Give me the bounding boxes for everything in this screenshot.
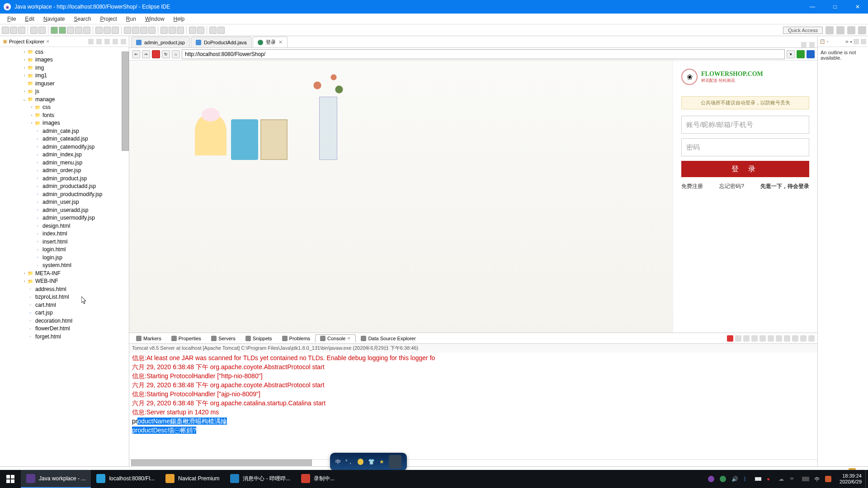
save-button[interactable] [10,27,17,34]
tree-item[interactable]: ›📁css [0,48,129,56]
menu-edit[interactable]: Edit [20,14,39,23]
volume-icon[interactable]: 🔊 [731,476,738,482]
toolbar-button[interactable] [140,27,147,34]
link-editor-button[interactable] [96,39,102,44]
home-button[interactable]: ⌂ [172,50,180,58]
console-output[interactable]: 信息:At least one JAR was scanned for TLDs… [129,352,817,459]
maximize-view-button[interactable] [808,335,815,342]
tree-item[interactable]: ▫forget.html [0,333,129,341]
tab-problems[interactable]: Problems [277,334,315,343]
run-button[interactable] [59,27,66,34]
toolbar-button[interactable] [104,27,111,34]
scroll-lock-button[interactable] [760,335,766,342]
tree-item[interactable]: ›📁css [0,103,129,112]
toolbar-button[interactable] [148,27,156,34]
scrollbar-thumb[interactable] [131,460,312,466]
wifi-icon[interactable]: ⌔ [790,476,797,482]
ime-avatar[interactable] [389,455,401,469]
menu-file[interactable]: File [3,14,20,23]
tree-item[interactable]: 📁imguser [0,80,129,88]
javaee-perspective[interactable] [847,26,855,34]
close-button[interactable]: ✕ [851,4,864,10]
url-dropdown[interactable]: ▾ [787,50,795,58]
browser-extra-button[interactable] [807,50,815,58]
tree-item[interactable]: ▫admin_index.jsp [0,151,129,159]
tree-item[interactable]: ▫login.html [0,246,129,254]
bluetooth-icon[interactable]: ᛒ [743,476,750,482]
tree-item[interactable]: ▫cart.html [0,301,129,309]
maximize-view-button[interactable] [121,39,126,44]
java-perspective[interactable] [836,26,844,34]
tree-item[interactable]: ▫decoration.html [0,317,129,325]
toolbar-button[interactable] [160,27,168,34]
tree-item[interactable]: ▫admin_usermodify.jsp [0,214,129,222]
maximize-button[interactable]: □ [828,4,842,10]
nav-fwd-button[interactable]: ⇒ [142,50,150,58]
moon-icon[interactable] [358,459,363,465]
username-input[interactable]: 账号/昵称/邮箱/手机号 [681,116,809,134]
nav-back-button[interactable]: ⇐ [132,50,140,58]
tree-item[interactable]: ▫flowerDer.html [0,325,129,333]
tree-item[interactable]: ▫admin_cateadd.jsp [0,135,129,143]
tree-item[interactable]: ▫login.jsp [0,253,129,262]
tree-item[interactable]: ›📁META-INF [0,269,129,277]
tree-item[interactable]: ▫admin_catemodify.jsp [0,143,129,151]
tree-item[interactable]: ▫admin_product.jsp [0,174,129,183]
toolbar-button[interactable] [124,27,131,34]
collapse-all-button[interactable] [88,39,94,44]
tab-markers[interactable]: Markers [131,334,166,343]
taskbar-item[interactable]: 录制中... [296,470,340,488]
minimize-view-button[interactable] [854,39,859,44]
word-wrap-button[interactable] [768,335,774,342]
taskbar-clock[interactable]: 18:39:24 2020/6/29 [836,473,865,485]
ime-toolbar[interactable]: 中 °， 👕 ★ [330,453,407,471]
save-all-button[interactable] [18,27,25,34]
tree-item[interactable]: ▫insert.html [0,238,129,246]
debug-button[interactable] [51,27,58,34]
tree-item[interactable]: ▫admin_user.jsp [0,198,129,206]
toolbar-button[interactable] [112,27,119,34]
display-console-button[interactable] [784,335,790,342]
toolbar-button[interactable] [169,27,176,34]
tree-item[interactable]: ▫admin_productmodify.jsp [0,190,129,198]
new-button[interactable] [2,27,9,34]
tree-item[interactable]: ›📁img [0,64,129,72]
taskbar-item[interactable]: Java workplace - ... [21,470,91,488]
toolbar-button[interactable] [177,27,184,34]
onedrive-icon[interactable]: ☁ [778,476,785,482]
ime-punct-icon[interactable]: °， [345,458,353,466]
tree-item[interactable]: ▫admin_menu.jsp [0,159,129,167]
project-tree[interactable]: ›📁css›📁images›📁img›📁img1📁imguser›📁js⌄📁ma… [0,47,129,466]
editor-tab[interactable]: DoProductAdd.java [191,37,252,47]
menu-window[interactable]: Window [141,14,169,23]
shirt-icon[interactable]: 👕 [368,459,375,465]
taskbar-item[interactable]: 消息中心 - 哔哩哔... [225,470,296,488]
tray-icon[interactable]: ● [767,476,773,482]
console-h-scroll[interactable] [129,459,817,466]
tree-item[interactable]: ›📁images [0,56,129,64]
browse-link[interactable]: 先逛一下，待会登录 [760,183,809,190]
refresh-button[interactable]: ↻ [162,50,170,58]
sogou-icon[interactable] [825,476,831,482]
login-button[interactable]: 登 录 [681,161,809,177]
minimize-view-button[interactable] [800,335,807,342]
tab-servers[interactable]: Servers [206,334,241,343]
tab-snippets[interactable]: Snippets [241,334,277,343]
toolbar-button[interactable] [67,27,74,34]
quick-access[interactable]: Quick Access [783,27,823,34]
ime-lang-tray[interactable]: 中 [815,476,820,482]
url-input[interactable] [182,49,785,59]
close-tab-button[interactable]: ✕ [278,39,283,45]
maximize-editor-button[interactable] [809,42,815,47]
perspective-button[interactable] [826,26,834,34]
menu-navigate[interactable]: Navigate [39,14,69,23]
toolbar-button[interactable] [30,27,38,34]
tree-item[interactable]: ▫index.html [0,230,129,238]
tree-item[interactable]: ›📁fonts [0,111,129,119]
toolbar-button[interactable] [75,27,82,34]
go-button[interactable] [797,50,805,58]
remove-launch-button[interactable] [735,335,741,342]
remove-all-button[interactable] [743,335,750,342]
stop-button[interactable] [152,50,160,58]
minimize-button[interactable]: — [806,4,819,10]
